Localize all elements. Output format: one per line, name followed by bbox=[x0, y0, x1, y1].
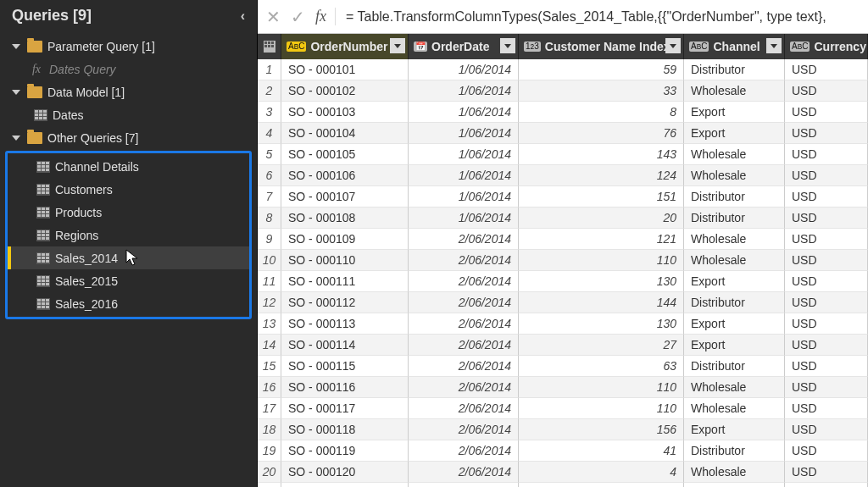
data-grid[interactable]: 1SO - 0001011/06/201459DistributorUSD2SO… bbox=[258, 59, 868, 487]
cell-channel[interactable]: Wholesale bbox=[684, 144, 785, 165]
cell-currency[interactable]: USD bbox=[785, 335, 868, 356]
cell-currency[interactable]: USD bbox=[785, 80, 868, 102]
cell-orderdate[interactable]: 1/06/2014 bbox=[409, 208, 519, 229]
query-regions[interactable]: Regions bbox=[8, 224, 249, 246]
cell-orderdate[interactable]: 2/06/2014 bbox=[409, 229, 519, 250]
cell-channel[interactable]: Distributor bbox=[684, 440, 785, 462]
cell-customer-index[interactable]: 144 bbox=[519, 292, 684, 313]
column-orderdate[interactable]: 📅 OrderDate bbox=[409, 34, 519, 59]
cell-orderdate[interactable]: 2/06/2014 bbox=[409, 292, 519, 313]
cancel-formula-icon[interactable]: ✕ bbox=[266, 7, 281, 27]
table-row[interactable]: 13SO - 0001132/06/2014130ExportUSD bbox=[258, 313, 868, 335]
cell-channel[interactable]: Distributor bbox=[684, 186, 785, 208]
cell-currency[interactable]: USD bbox=[785, 186, 868, 208]
cell-channel[interactable]: Wholesale bbox=[684, 462, 785, 483]
column-customer-name-index[interactable]: 123 Customer Name Index bbox=[519, 34, 684, 59]
cell-customer-index[interactable]: 8 bbox=[519, 102, 684, 123]
cell-customer-index[interactable]: 63 bbox=[519, 356, 684, 377]
cell-ordernumber[interactable]: SO - 000106 bbox=[281, 165, 409, 186]
cell-ordernumber[interactable] bbox=[281, 483, 409, 487]
cell-ordernumber[interactable]: SO - 000111 bbox=[281, 271, 409, 292]
cell-customer-index[interactable]: 156 bbox=[519, 419, 684, 440]
cell-customer-index[interactable]: 41 bbox=[519, 440, 684, 462]
cell-channel[interactable]: Distributor bbox=[684, 292, 785, 313]
cell-channel[interactable]: Wholesale bbox=[684, 398, 785, 419]
table-row[interactable]: 16SO - 0001162/06/2014110WholesaleUSD bbox=[258, 377, 868, 398]
query-sales-2015[interactable]: Sales_2015 bbox=[8, 269, 249, 292]
cell-customer-index[interactable]: 4 bbox=[519, 462, 684, 483]
filter-dropdown-icon[interactable] bbox=[500, 38, 515, 53]
query-products[interactable]: Products bbox=[8, 201, 249, 224]
cell-customer-index[interactable]: 33 bbox=[519, 80, 684, 102]
formula-input[interactable] bbox=[346, 9, 860, 25]
cell-ordernumber[interactable]: SO - 000104 bbox=[281, 123, 409, 144]
table-row[interactable]: 2SO - 0001021/06/201433WholesaleUSD bbox=[258, 80, 868, 102]
cell-orderdate[interactable]: 1/06/2014 bbox=[409, 80, 519, 102]
cell-currency[interactable]: USD bbox=[785, 271, 868, 292]
cell-customer-index[interactable]: 130 bbox=[519, 313, 684, 335]
cell-currency[interactable]: USD bbox=[785, 102, 868, 123]
cell-orderdate[interactable] bbox=[409, 483, 519, 487]
cell-channel[interactable]: Wholesale bbox=[684, 80, 785, 102]
cell-channel[interactable]: Export bbox=[684, 419, 785, 440]
group-other-queries[interactable]: Other Queries [7] bbox=[0, 126, 257, 149]
cell-channel[interactable]: Wholesale bbox=[684, 377, 785, 398]
cell-customer-index[interactable]: 59 bbox=[519, 59, 684, 80]
cell-orderdate[interactable]: 2/06/2014 bbox=[409, 398, 519, 419]
query-dates-query[interactable]: fx Dates Query bbox=[0, 58, 257, 80]
cell-orderdate[interactable]: 2/06/2014 bbox=[409, 250, 519, 271]
cell-channel[interactable]: Export bbox=[684, 271, 785, 292]
cell-channel[interactable]: Wholesale bbox=[684, 165, 785, 186]
cell-channel[interactable]: Distributor bbox=[684, 356, 785, 377]
cell-ordernumber[interactable]: SO - 000113 bbox=[281, 313, 409, 335]
cell-customer-index[interactable]: 110 bbox=[519, 398, 684, 419]
query-dates[interactable]: Dates bbox=[0, 103, 257, 126]
table-row[interactable]: 20SO - 0001202/06/20144WholesaleUSD bbox=[258, 462, 868, 483]
cell-customer-index[interactable]: 121 bbox=[519, 229, 684, 250]
cell-currency[interactable]: USD bbox=[785, 59, 868, 80]
cell-orderdate[interactable]: 2/06/2014 bbox=[409, 313, 519, 335]
cell-orderdate[interactable]: 1/06/2014 bbox=[409, 102, 519, 123]
cell-currency[interactable]: USD bbox=[785, 144, 868, 165]
cell-customer-index[interactable]: 112 bbox=[519, 483, 684, 487]
query-sales-2016[interactable]: Sales_2016 bbox=[8, 292, 249, 315]
cell-currency[interactable]: USD bbox=[785, 356, 868, 377]
table-row[interactable]: 15SO - 0001152/06/201463DistributorUSD bbox=[258, 356, 868, 377]
cell-orderdate[interactable]: 1/06/2014 bbox=[409, 144, 519, 165]
cell-orderdate[interactable]: 1/06/2014 bbox=[409, 59, 519, 80]
group-data-model[interactable]: Data Model [1] bbox=[0, 80, 257, 103]
table-row[interactable]: 12SO - 0001122/06/2014144DistributorUSD bbox=[258, 292, 868, 313]
table-row[interactable]: 7SO - 0001071/06/2014151DistributorUSD bbox=[258, 186, 868, 208]
cell-channel[interactable]: Export bbox=[684, 123, 785, 144]
column-ordernumber[interactable]: ABC OrderNumber bbox=[281, 34, 409, 59]
table-row[interactable]: 19SO - 0001192/06/201441DistributorUSD bbox=[258, 440, 868, 462]
cell-ordernumber[interactable]: SO - 000103 bbox=[281, 102, 409, 123]
filter-dropdown-icon[interactable] bbox=[766, 38, 782, 53]
table-row[interactable]: 6SO - 0001061/06/2014124WholesaleUSD bbox=[258, 165, 868, 186]
cell-ordernumber[interactable]: SO - 000120 bbox=[281, 462, 409, 483]
query-channel-details[interactable]: Channel Details bbox=[8, 155, 249, 178]
table-row[interactable]: 4SO - 0001041/06/201476ExportUSD bbox=[258, 123, 868, 144]
filter-dropdown-icon[interactable] bbox=[665, 38, 681, 53]
cell-ordernumber[interactable]: SO - 000110 bbox=[281, 250, 409, 271]
cell-ordernumber[interactable]: SO - 000102 bbox=[281, 80, 409, 102]
cell-currency[interactable] bbox=[785, 483, 868, 487]
cell-orderdate[interactable]: 2/06/2014 bbox=[409, 377, 519, 398]
cell-ordernumber[interactable]: SO - 000101 bbox=[281, 59, 409, 80]
cell-customer-index[interactable]: 124 bbox=[519, 165, 684, 186]
cell-channel[interactable]: Export bbox=[684, 102, 785, 123]
cell-ordernumber[interactable]: SO - 000116 bbox=[281, 377, 409, 398]
cell-currency[interactable]: USD bbox=[785, 250, 868, 271]
cell-ordernumber[interactable]: SO - 000119 bbox=[281, 440, 409, 462]
accept-formula-icon[interactable]: ✓ bbox=[291, 7, 305, 27]
cell-orderdate[interactable]: 2/06/2014 bbox=[409, 440, 519, 462]
table-row[interactable]: 21112 bbox=[258, 483, 868, 487]
cell-ordernumber[interactable]: SO - 000118 bbox=[281, 419, 409, 440]
cell-channel[interactable]: Export bbox=[684, 335, 785, 356]
cell-customer-index[interactable]: 110 bbox=[519, 250, 684, 271]
cell-orderdate[interactable]: 1/06/2014 bbox=[409, 186, 519, 208]
cell-channel[interactable]: Export bbox=[684, 313, 785, 335]
table-row[interactable]: 11SO - 0001112/06/2014130ExportUSD bbox=[258, 271, 868, 292]
cell-ordernumber[interactable]: SO - 000117 bbox=[281, 398, 409, 419]
cell-orderdate[interactable]: 1/06/2014 bbox=[409, 165, 519, 186]
